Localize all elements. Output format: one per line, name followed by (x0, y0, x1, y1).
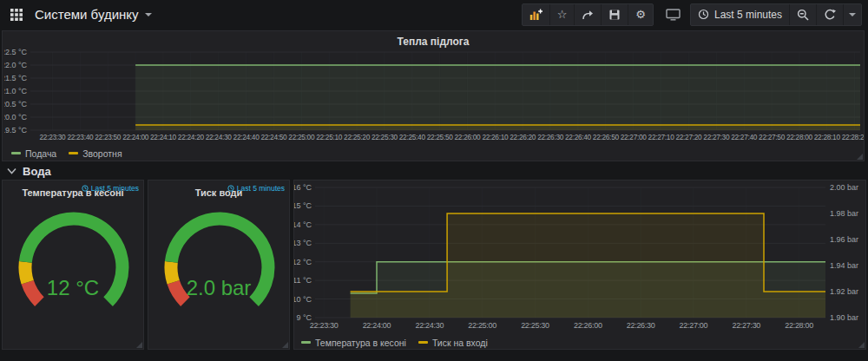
x-axis-tick-label: 22:27:00 (680, 321, 708, 330)
y-axis-right-tick-label: 1.98 bar (830, 209, 858, 218)
x-axis-tick-label: 22:27:40 (731, 133, 758, 141)
refresh-interval-dropdown[interactable] (843, 4, 861, 25)
legend-series-label: Тиск на вході (432, 338, 488, 348)
warm-floor-legend: ПодачаЗворотня (11, 147, 122, 160)
time-picker-button[interactable]: Last 5 minutes (691, 4, 789, 25)
series-area (135, 65, 860, 130)
legend-item[interactable]: Зворотня (69, 148, 122, 159)
x-axis-tick-label: 22:25:30 (521, 321, 549, 330)
x-axis-tick-label: 22:23:30 (40, 133, 67, 141)
y-axis-right-tick-label: 1.92 bar (830, 287, 858, 296)
panel-water-chart: 22:23:3022:24:0022:24:3022:25:0022:25:30… (293, 180, 866, 350)
panel-time-override-label: Last 5 minutes (91, 184, 139, 193)
navbar: Системи будинку ☆ (0, 0, 868, 29)
x-axis-tick-label: 22:25:00 (468, 321, 496, 330)
settings-button[interactable]: ⚙ (628, 4, 653, 25)
tv-mode-button[interactable] (664, 8, 682, 21)
x-axis-tick-label: 22:26:30 (537, 133, 564, 141)
water-chart[interactable]: 22:23:3022:24:0022:24:3022:25:0022:25:30… (294, 180, 866, 335)
clock-icon (227, 185, 234, 192)
legend-series-icon (69, 152, 78, 154)
temperature-gauge-value: 12 °C (3, 276, 143, 300)
y-axis-right-tick-label: 2.00 bar (830, 183, 858, 192)
x-axis-tick-label: 22:24:00 (363, 321, 391, 330)
grafana-dashboard: Системи будинку ☆ (0, 0, 868, 29)
x-axis-tick-label: 22:23:50 (95, 133, 122, 141)
zoom-out-icon (797, 9, 809, 21)
dashboard-title-dropdown[interactable]: Системи будинку (35, 7, 152, 22)
series-area (135, 125, 860, 130)
x-axis-tick-label: 22:25:10 (316, 133, 343, 141)
x-axis-tick-label: 22:24:40 (233, 133, 260, 141)
y-axis-left-tick-label: 10 °C (294, 295, 312, 304)
x-axis-tick-label: 22:26:00 (574, 321, 602, 330)
legend-series-icon (301, 341, 311, 344)
legend-item[interactable]: Подача (11, 148, 56, 159)
panel-title-warm-floor[interactable]: Тепла підлога (3, 31, 864, 48)
y-axis-left-tick-label: 16 °C (294, 183, 312, 192)
y-axis-left-tick-label: 15 °C (294, 201, 312, 210)
y-axis-left-tick-label: 19.5 °C (4, 126, 27, 135)
y-axis-left-tick-label: 21.0 °C (4, 87, 27, 95)
x-axis-tick-label: 22:27:00 (621, 133, 648, 141)
x-axis-tick-label: 22:24:50 (260, 133, 287, 141)
pressure-gauge-value: 2.0 bar (148, 276, 289, 300)
y-axis-left-tick-label: 22.5 °C (4, 48, 27, 56)
add-panel-button[interactable] (523, 4, 549, 25)
legend-item[interactable]: Температура в кесоні (301, 338, 406, 348)
share-button[interactable] (574, 4, 601, 25)
navbar-left: Системи будинку (6, 4, 152, 25)
star-button[interactable]: ☆ (549, 4, 575, 25)
zoom-out-button[interactable] (789, 4, 816, 25)
x-axis-tick-label: 22:26:40 (565, 133, 592, 141)
add-panel-icon (529, 9, 542, 21)
legend-item[interactable]: Тиск на вході (418, 338, 488, 348)
legend-series-icon (418, 341, 428, 344)
y-axis-left-tick-label: 20.5 °C (4, 100, 27, 108)
x-axis-tick-label: 22:24:30 (206, 133, 233, 141)
y-axis-left-tick-label: 14 °C (294, 220, 312, 229)
x-axis-tick-label: 22:28:10 (814, 133, 841, 141)
save-icon (608, 9, 621, 21)
x-axis-tick-label: 22:25:20 (344, 133, 371, 141)
warm-floor-chart[interactable]: 22:23:3022:23:4022:23:5022:24:0022:24:10… (4, 47, 864, 144)
save-button[interactable] (601, 4, 628, 25)
x-axis-tick-label: 22:26:30 (627, 321, 655, 330)
y-axis-left-tick-label: 20.0 °C (4, 113, 27, 121)
dashboard-title: Системи будинку (35, 7, 139, 22)
chevron-down-icon (7, 167, 16, 174)
x-axis-tick-label: 22:24:00 (122, 133, 149, 141)
x-axis-tick-label: 22:23:40 (67, 133, 94, 141)
x-axis-tick-label: 22:24:20 (178, 133, 205, 141)
water-chart-legend: Температура в кесоніТиск на вході (301, 336, 488, 349)
x-axis-tick-label: 22:25:40 (399, 133, 426, 141)
x-axis-tick-label: 22:28:20 (842, 133, 864, 141)
y-axis-right-tick-label: 1.90 bar (830, 313, 858, 322)
time-controls-group: Last 5 minutes (690, 3, 862, 26)
navbar-right: ☆ ⚙ (514, 3, 862, 26)
x-axis-tick-label: 22:28:00 (785, 321, 813, 330)
refresh-icon (824, 9, 836, 21)
y-axis-left-tick-label: 11 °C (294, 276, 312, 285)
star-icon: ☆ (557, 9, 568, 20)
x-axis-tick-label: 22:28:00 (786, 133, 813, 141)
x-axis-tick-label: 22:25:50 (427, 133, 454, 141)
grid-menu-icon[interactable] (6, 4, 27, 25)
y-axis-left-tick-label: 12 °C (294, 258, 312, 266)
x-axis-tick-label: 22:25:30 (372, 133, 398, 141)
x-axis-tick-label: 22:24:10 (150, 133, 177, 141)
legend-series-label: Подача (25, 148, 56, 159)
refresh-button[interactable] (816, 4, 843, 25)
panel-time-override: Last 5 minutes (82, 184, 139, 193)
y-axis-left-tick-label: 22.0 °C (4, 61, 27, 69)
x-axis-tick-label: 22:27:10 (648, 133, 675, 141)
row-title: Вода (23, 165, 51, 178)
row-water[interactable]: Вода (7, 164, 51, 178)
panel-caisson-temperature: Last 5 minutes Температура в кесоні 12 °… (2, 180, 144, 350)
tv-mode-icon (666, 8, 681, 21)
x-axis-tick-label: 22:23:30 (310, 321, 339, 330)
refresh-interval-caret-icon (849, 13, 856, 16)
y-axis-left-tick-label: 9 °C (296, 313, 312, 322)
x-axis-tick-label: 22:25:00 (288, 133, 315, 141)
panel-water-pressure: Last 5 minutes Тиск води 2.0 bar (148, 180, 290, 350)
